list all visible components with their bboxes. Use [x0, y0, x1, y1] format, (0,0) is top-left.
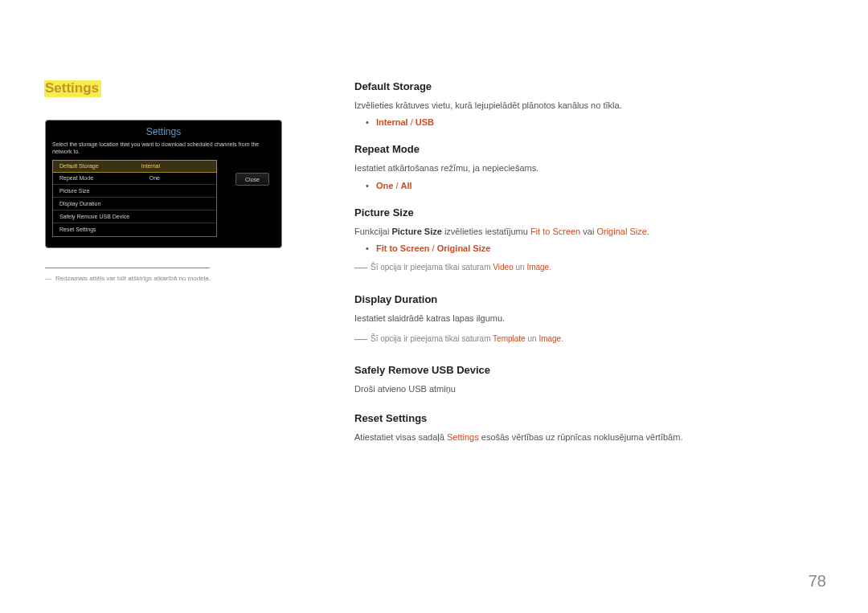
- note-display-duration: ―Šī opcija ir pieejama tikai saturam Tem…: [354, 330, 823, 348]
- option-one: One: [376, 181, 393, 190]
- settings-preview-panel: Settings Select the storage location tha…: [45, 120, 282, 248]
- section-reset-settings: Reset Settings Atiestatiet visas sadaļā …: [354, 412, 823, 443]
- main-heading: Settings: [44, 80, 101, 97]
- heading-picture-size: Picture Size: [354, 206, 823, 219]
- desc-safely-remove: Droši atvieno USB atmiņu: [354, 383, 823, 395]
- menu-row-label: Display Duration: [59, 201, 100, 206]
- inline-image: Image: [526, 263, 549, 272]
- bullet-repeat-mode: • One / All: [366, 181, 823, 190]
- menu-row-display-duration[interactable]: Display Duration: [53, 198, 216, 210]
- option-original-size: Original Size: [437, 243, 491, 253]
- footnote: ―Redzamais attēls var būt atšķirīgs atka…: [45, 275, 282, 282]
- section-display-duration: Display Duration Iestatiet slaidrādē kat…: [354, 293, 823, 349]
- section-repeat-mode: Repeat Mode Iestatiet atkārtošanas režīm…: [354, 143, 823, 190]
- menu-row-label: Default Storage: [59, 163, 99, 169]
- option-internal: Internal: [376, 117, 408, 127]
- menu-row-label: Repeat Mode: [59, 175, 93, 181]
- bullet-dot-icon: •: [366, 117, 369, 127]
- close-button[interactable]: Close: [235, 173, 269, 186]
- footnote-text: Redzamais attēls var būt atšķirīgs atkar…: [55, 275, 211, 282]
- bullet-default-storage: • Internal / USB: [366, 117, 823, 127]
- option-fit-to-screen: Fit to Screen: [376, 243, 430, 253]
- heading-default-storage: Default Storage: [354, 80, 823, 92]
- note-picture-size: ―Šī opcija ir pieejama tikai saturam Vid…: [354, 259, 823, 276]
- inline-video: Video: [493, 263, 513, 272]
- menu-row-label: Picture Size: [59, 188, 89, 194]
- footnote-dash-icon: ―: [45, 275, 53, 282]
- inline-template: Template: [493, 334, 526, 343]
- bullet-dot-icon: •: [366, 181, 369, 190]
- section-safely-remove: Safely Remove USB Device Droši atvieno U…: [354, 364, 823, 395]
- separator: [45, 268, 210, 268]
- inline-fit-to-screen: Fit to Screen: [530, 227, 580, 236]
- desc-default-storage: Izvēlieties krātuves vietu, kurā lejupie…: [354, 100, 823, 112]
- panel-title: Settings: [52, 126, 275, 137]
- note-dash-icon: ―: [354, 260, 367, 274]
- heading-safely-remove: Safely Remove USB Device: [354, 364, 823, 376]
- bullet-dot-icon: •: [366, 243, 369, 253]
- menu-row-safely-remove[interactable]: Safely Remove USB Device: [53, 210, 216, 223]
- menu-row-default-storage[interactable]: Default Storage Internal: [52, 160, 217, 173]
- menu-row-value: Internal: [141, 163, 160, 169]
- note-dash-icon: ―: [354, 332, 367, 345]
- desc-reset-settings: Atiestatiet visas sadaļā Settings esošās…: [354, 431, 823, 443]
- section-picture-size: Picture Size Funkcijai Picture Size izvē…: [354, 206, 823, 277]
- desc-repeat-mode: Iestatiet atkārtošanas režīmu, ja nepiec…: [354, 162, 823, 174]
- section-default-storage: Default Storage Izvēlieties krātuves vie…: [354, 80, 823, 127]
- heading-display-duration: Display Duration: [354, 293, 823, 305]
- menu-row-label: Safely Remove USB Device: [59, 214, 129, 219]
- page-number: 78: [809, 572, 826, 591]
- menu-row-value: One: [149, 175, 160, 181]
- inline-image: Image: [538, 334, 561, 343]
- panel-desc: Select the storage location that you wan…: [52, 141, 275, 156]
- menu-row-reset-settings[interactable]: Reset Settings: [53, 223, 216, 236]
- menu-row-picture-size[interactable]: Picture Size: [53, 185, 216, 198]
- inline-settings: Settings: [447, 432, 479, 442]
- desc-picture-size: Funkcijai Picture Size izvēlieties iesta…: [354, 226, 823, 238]
- inline-picture-size: Picture Size: [391, 227, 441, 236]
- menu-row-repeat-mode[interactable]: Repeat Mode One: [53, 172, 216, 185]
- inline-original-size: Original Size: [596, 227, 646, 236]
- desc-display-duration: Iestatiet slaidrādē katras lapas ilgumu.: [354, 313, 823, 325]
- menu-row-label: Reset Settings: [59, 227, 96, 232]
- heading-reset-settings: Reset Settings: [354, 412, 823, 424]
- settings-menu: Default Storage Internal Repeat Mode One…: [52, 160, 217, 237]
- bullet-picture-size: • Fit to Screen / Original Size: [366, 243, 823, 253]
- heading-repeat-mode: Repeat Mode: [354, 143, 823, 155]
- option-usb: USB: [416, 117, 434, 127]
- option-all: All: [401, 181, 412, 190]
